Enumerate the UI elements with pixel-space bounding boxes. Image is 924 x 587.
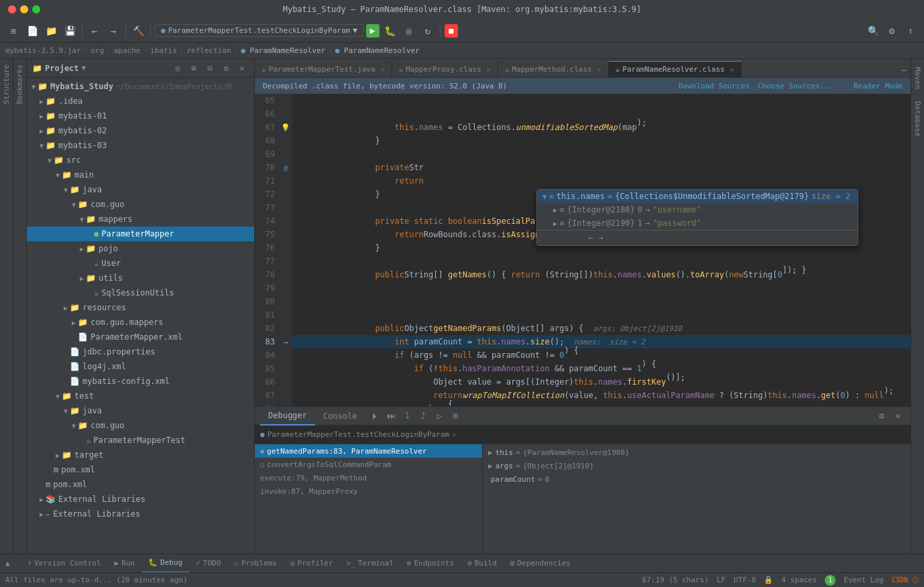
sidebar-locate-btn[interactable]: ◎ [171, 62, 184, 75]
debug-frame-current[interactable]: ● getNamedParams:83, ParamNameResolver [255, 444, 482, 458]
popup-back-btn[interactable]: ← [588, 233, 593, 243]
sidebar-settings-btn[interactable]: ⚙ [219, 62, 233, 75]
search-button[interactable]: 🔍 [865, 23, 881, 39]
breadcrumb-item-class2[interactable]: ● ParamNameResolver [335, 46, 420, 55]
debug-evaluate-btn[interactable]: ⊞ [448, 409, 463, 423]
status-event-log-badge[interactable]: 1 [825, 575, 835, 586]
tab-close-2[interactable]: ✕ [487, 66, 491, 73]
tree-item-utils-folder[interactable]: ▶ 📁 utils [27, 271, 254, 285]
structure-tab[interactable]: Structure [1, 59, 12, 110]
tree-item-mybatis01[interactable]: ▶ 📁 mybatis-01 [27, 109, 254, 123]
minimize-button[interactable] [20, 5, 28, 13]
bookmarks-tab[interactable]: Bookmarks [14, 59, 25, 110]
tree-item-jdbc-properties[interactable]: 📄 jdbc.properties [27, 344, 254, 359]
debug-var-paramcount[interactable]: paramCount = 0 [483, 472, 911, 486]
tab-paramnameresolver[interactable]: ☕ ParamNameResolver.class ✕ [609, 61, 742, 77]
tree-item-log4j-xml[interactable]: 📄 log4j.xml [27, 359, 254, 374]
editor-tabs-more-btn[interactable]: ⋯ [897, 64, 911, 77]
save-button[interactable]: 💾 [62, 23, 78, 39]
debug-config-selector[interactable]: ● ParameterMapperTest.testCheckLoginByPa… [155, 24, 363, 37]
tree-item-comguo[interactable]: ▼ 📁 com.guo [27, 197, 254, 212]
debug-popup-main-row[interactable]: ▼ ∞ this.names = {Collections$Unmodifiab… [537, 190, 858, 203]
tree-item-pom-mybatis03[interactable]: m pom.xml [27, 462, 254, 477]
debug-close-btn[interactable]: ✕ [890, 409, 905, 423]
debug-frame-3[interactable]: invoke:87, MapperProxy [255, 484, 482, 498]
tab-close-1[interactable]: ✕ [381, 66, 385, 73]
right-tab-maven[interactable]: Maven [912, 62, 923, 94]
debug-popup-child-1[interactable]: ▶ ≡ {Integer@2188} 0 → "username" [537, 203, 858, 216]
choose-sources-link[interactable]: Choose Sources... [758, 82, 833, 90]
build-button[interactable]: 🔨 [130, 23, 146, 39]
status-event-log[interactable]: Event Log [844, 576, 884, 584]
settings-button[interactable]: ⚙ [884, 23, 900, 39]
reader-mode-link[interactable]: Reader Mode [854, 82, 903, 90]
footer-tab-build[interactable]: ⚙ Build [461, 554, 504, 573]
tree-item-comguomappers[interactable]: ▶ 📁 com.guo.mappers [27, 315, 254, 330]
status-indent[interactable]: 4 spaces [781, 576, 817, 584]
footer-tab-debug[interactable]: 🐛 Debug [141, 554, 189, 573]
tree-item-sqlsessionutils[interactable]: ☕ SqlSessionUtils [27, 285, 254, 300]
tree-item-mybatis02[interactable]: ▶ 📁 mybatis-02 [27, 123, 254, 138]
tree-item-idea[interactable]: ▶ 📁 .idea [27, 94, 254, 109]
tree-item-test-folder[interactable]: ▼ 📁 test [27, 389, 254, 403]
back-button[interactable]: ← [86, 23, 103, 39]
status-csdn[interactable]: CSDN ⓘ [892, 576, 919, 585]
debug-var-this[interactable]: ▶ this = {ParamNameResolver@1908} [483, 446, 911, 459]
debug-step-into-btn[interactable]: ⤵ [400, 409, 414, 423]
popup-forward-btn[interactable]: → [598, 233, 603, 243]
debug-frame-1[interactable]: ○ convertArgsToSqlCommandParam [255, 458, 482, 471]
expand-footer-btn[interactable]: ▲ [5, 559, 10, 568]
tab-close-3[interactable]: ✕ [597, 66, 601, 73]
new-file-button[interactable]: 📄 [24, 23, 40, 39]
menu-button[interactable]: ≡ [5, 23, 21, 39]
footer-tab-endpoints[interactable]: ⊕ Endpoints [400, 554, 461, 573]
breadcrumb-item-class1[interactable]: ● ParamNameResolver [241, 46, 325, 55]
status-encoding[interactable]: UTF-8 [734, 576, 756, 584]
reload-button[interactable]: ↻ [420, 23, 436, 39]
debug-tab-debugger[interactable]: Debugger [260, 407, 315, 426]
tab-parametermappertest[interactable]: ☕ ParameterMapperTest.java ✕ [255, 61, 392, 77]
footer-tab-profiler[interactable]: ◎ Profiler [284, 554, 340, 573]
footer-tab-version-control[interactable]: ↑ Version Control [21, 554, 108, 573]
tree-item-user[interactable]: ☕ User [27, 256, 254, 271]
popup-child2-arrow[interactable]: ▶ [553, 220, 557, 227]
debug-run-to-cursor-btn[interactable]: ▷ [432, 409, 447, 423]
tree-item-pom-root[interactable]: m pom.xml [27, 477, 254, 492]
debug-settings-btn[interactable]: ⚙ [874, 409, 889, 423]
sidebar-expand-btn[interactable]: ⊞ [187, 62, 200, 75]
breadcrumb-item-apache[interactable]: apache [114, 46, 141, 55]
footer-tab-terminal[interactable]: >_ Terminal [340, 554, 400, 573]
tree-item-src[interactable]: ▼ 📁 src [27, 153, 254, 168]
run-button[interactable]: ▶ [366, 24, 380, 38]
debug-popup-child-2[interactable]: ▶ ≡ {Integer@2190} 1 → "password" [537, 216, 858, 230]
tree-item-root[interactable]: ▼ 📁 Mybatis_Study ~/Documents/IdeaProjec… [27, 79, 254, 94]
tab-close-4[interactable]: ✕ [730, 66, 734, 73]
breadcrumb-item-jar[interactable]: mybatis-3.5.9.jar [5, 46, 81, 55]
tree-item-main[interactable]: ▼ 📁 main [27, 168, 254, 182]
breadcrumb-item-reflection[interactable]: reflection [186, 46, 231, 55]
tree-item-test-java[interactable]: ▼ 📁 java [27, 403, 254, 418]
popup-expand-arrow[interactable]: ▼ [542, 193, 546, 200]
maximize-button[interactable] [32, 5, 40, 13]
footer-tab-todo[interactable]: ✓ TODO [189, 554, 227, 573]
tab-mapperproxy[interactable]: ☕ MapperProxy.class ✕ [392, 61, 498, 77]
tree-item-scratches[interactable]: ▶ ✏ External Libraries [27, 507, 254, 521]
coverage-button[interactable]: ◎ [401, 23, 417, 39]
download-sources-link[interactable]: Download Sources [679, 82, 750, 90]
tree-item-parametermappertest[interactable]: ☕ ParameterMapperTest [27, 433, 254, 448]
status-cursor-pos[interactable]: 67:19 (5 chars) [642, 576, 709, 584]
stop-button[interactable]: ■ [445, 24, 458, 38]
forward-button[interactable]: → [105, 23, 121, 39]
footer-tab-problems[interactable]: ⚠ Problems [227, 554, 284, 573]
tree-item-external-libs[interactable]: ▶ 📚 External Libraries [27, 492, 254, 507]
tree-item-mybatis-config-xml[interactable]: 📄 mybatis-config.xml [27, 374, 254, 389]
updates-button[interactable]: ⬆ [903, 23, 919, 39]
tree-item-test-comguo[interactable]: ▼ 📁 com.guo [27, 418, 254, 433]
footer-tab-run[interactable]: ▶ Run [108, 554, 142, 573]
debug-run-button[interactable]: 🐛 [382, 23, 398, 39]
open-button[interactable]: 📁 [43, 23, 59, 39]
sidebar-collapse-btn[interactable]: ⊟ [203, 62, 217, 75]
tree-item-parametermapper-xml[interactable]: 📄 ParameterMapper.xml [27, 330, 254, 344]
debug-resume-btn[interactable]: ⏵ [367, 409, 382, 423]
debug-step-out-btn[interactable]: ⤴ [416, 409, 430, 423]
